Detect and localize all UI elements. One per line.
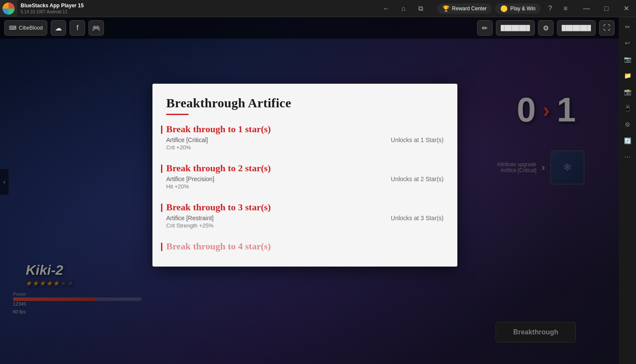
sidebar-icon-settings[interactable]: ⚙ bbox=[620, 117, 635, 132]
sidebar-icon-camera[interactable]: 📸 bbox=[620, 84, 635, 100]
titlebar-title: BlueStacks App Player 15 5.14.10.1007 An… bbox=[21, 3, 375, 15]
help-button[interactable]: ? bbox=[544, 3, 556, 15]
extra-bar: ████████ bbox=[557, 20, 596, 36]
game-icon-button[interactable]: 🎮 bbox=[88, 20, 104, 36]
breakthrough-title-1: Break through to 1 star(s) bbox=[166, 124, 444, 135]
breakthrough-name-1: Artifice [Critical] bbox=[166, 136, 391, 143]
breakthrough-item-2: Break through to 2 star(s) Artifice [Pre… bbox=[166, 163, 444, 190]
cloud-button[interactable]: ☁ bbox=[51, 20, 66, 36]
breakthrough-row-2: Artifice [Precision] Hit +20% Unlocks at… bbox=[166, 176, 444, 190]
titlebar-nav: ← ⌂ ⧉ bbox=[375, 3, 432, 15]
breakthrough-title-3: Break through to 3 star(s) bbox=[166, 202, 444, 213]
sidebar-icon-rotate[interactable]: 🔄 bbox=[620, 133, 635, 149]
minimize-button[interactable]: — bbox=[577, 0, 596, 17]
breakthrough-item-3: Break through to 3 star(s) Artifice [Res… bbox=[166, 202, 444, 229]
breakthrough-title-4: Break through to 4 star(s) bbox=[166, 241, 444, 252]
breakthrough-details-3: Artifice [Restraint] Crit Strength +25% bbox=[166, 215, 391, 229]
breakthrough-name-2: Artifice [Precision] bbox=[166, 176, 391, 182]
breakthrough-unlock-1: Unlocks at 1 Star(s) bbox=[391, 136, 444, 143]
reward-label: Reward Center bbox=[452, 6, 487, 12]
reward-icon: 🏆 bbox=[442, 5, 450, 12]
resource-value: ████████ bbox=[501, 25, 530, 31]
sidebar-icon-expand[interactable]: ⇔ bbox=[620, 19, 635, 34]
modal-header: Breakthrough Artifice bbox=[152, 84, 457, 115]
settings-button[interactable]: ⚙ bbox=[538, 20, 554, 36]
play-win-button[interactable]: 🟡 Play & Win bbox=[495, 3, 541, 14]
game-name-button[interactable]: ⌨ CibeBlood bbox=[4, 20, 47, 36]
sidebar-icon-screenshot[interactable]: 📷 bbox=[620, 52, 635, 67]
sidebar-icon-folder[interactable]: 📁 bbox=[620, 68, 635, 83]
reward-center-button[interactable]: 🏆 Reward Center bbox=[437, 3, 492, 14]
pencil-button[interactable]: ✏ bbox=[477, 20, 493, 36]
back-button[interactable]: ← bbox=[380, 3, 393, 15]
breakthrough-row-3: Artifice [Restraint] Crit Strength +25% … bbox=[166, 215, 444, 229]
app-logo bbox=[0, 0, 17, 17]
breakthrough-name-3: Artifice [Restraint] bbox=[166, 215, 391, 221]
breakthrough-stat-2: Hit +20% bbox=[166, 183, 391, 190]
breakthrough-details-1: Artifice [Critical] Crit +20% bbox=[166, 136, 391, 151]
resource-bar: ████████ bbox=[496, 20, 535, 36]
breakthrough-title-2: Break through to 2 star(s) bbox=[166, 163, 444, 174]
sidebar-icon-refresh[interactable]: ↩ bbox=[620, 35, 635, 51]
logo-circle bbox=[3, 3, 15, 15]
keyboard-icon: ⌨ bbox=[9, 25, 16, 31]
close-button[interactable]: ✕ bbox=[616, 0, 636, 17]
breakthrough-item-4: Break through to 4 star(s) bbox=[166, 241, 444, 256]
game-toolbar: ⌨ CibeBlood ☁ f 🎮 ✏ ████████ ⚙ ████████ … bbox=[0, 17, 619, 39]
expand-button[interactable]: ⛶ bbox=[599, 20, 615, 36]
breakthrough-unlock-3: Unlocks at 3 Star(s) bbox=[391, 215, 444, 221]
titlebar: BlueStacks App Player 15 5.14.10.1007 An… bbox=[0, 0, 636, 17]
titlebar-badges: 🏆 Reward Center 🟡 Play & Win ? ≡ bbox=[432, 3, 577, 15]
breakthrough-row-1: Artifice [Critical] Crit +20% Unlocks at… bbox=[166, 136, 444, 151]
breakthrough-details-2: Artifice [Precision] Hit +20% bbox=[166, 176, 391, 190]
extra-value: ████████ bbox=[562, 25, 591, 31]
right-sidebar: ⇔ ↩ 📷 📁 📸 📱 ⚙ 🔄 ⋯ bbox=[619, 17, 636, 364]
menu-button[interactable]: ≡ bbox=[560, 3, 572, 15]
breakthrough-modal: Breakthrough Artifice Break through to 1… bbox=[152, 84, 457, 267]
game-name-label: CibeBlood bbox=[19, 25, 43, 31]
sidebar-icon-more[interactable]: ⋯ bbox=[620, 149, 635, 165]
left-sidebar-toggle[interactable]: ‹ bbox=[0, 169, 9, 195]
breakthrough-stat-1: Crit +20% bbox=[166, 144, 391, 151]
breakthrough-unlock-2: Unlocks at 2 Star(s) bbox=[391, 176, 444, 182]
facebook-button[interactable]: f bbox=[70, 20, 85, 36]
maximize-button[interactable]: □ bbox=[596, 0, 616, 17]
modal-title: Breakthrough Artifice bbox=[166, 96, 444, 110]
play-icon: 🟡 bbox=[500, 5, 508, 12]
multi-button[interactable]: ⧉ bbox=[415, 3, 427, 15]
home-button[interactable]: ⌂ bbox=[398, 3, 410, 15]
breakthrough-stat-3: Crit Strength +25% bbox=[166, 222, 391, 229]
window-controls: — □ ✕ bbox=[577, 0, 636, 17]
modal-body[interactable]: Break through to 1 star(s) Artifice [Cri… bbox=[152, 115, 457, 267]
sidebar-icon-phone[interactable]: 📱 bbox=[620, 100, 635, 116]
breakthrough-item-1: Break through to 1 star(s) Artifice [Cri… bbox=[166, 124, 444, 151]
play-label: Play & Win bbox=[510, 6, 536, 12]
